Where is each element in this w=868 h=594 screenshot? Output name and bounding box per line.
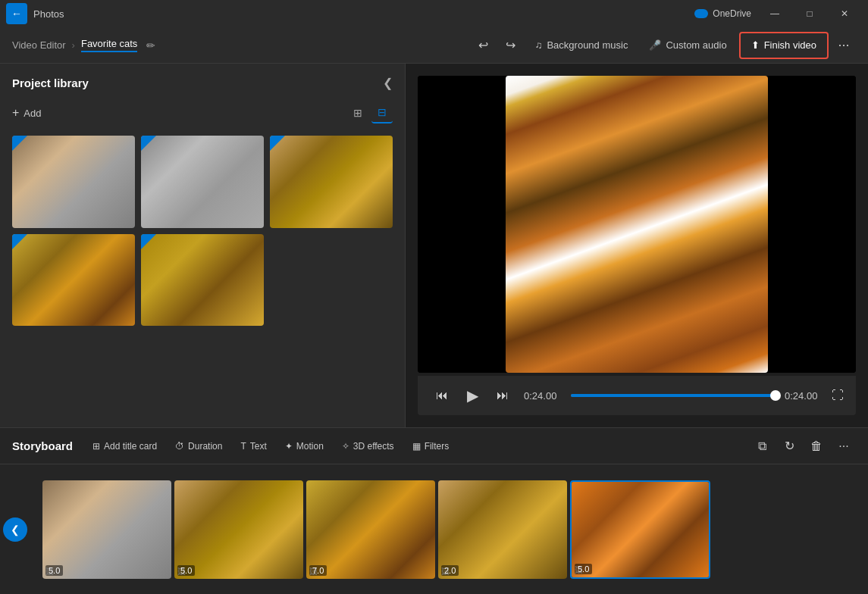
- timeline-prev-button[interactable]: ❮: [3, 517, 27, 542]
- play-pause-button[interactable]: ▶: [460, 383, 484, 408]
- add-title-card-label: Add title card: [104, 441, 157, 452]
- library-toolbar: + Add ⊞ ⊟: [0, 96, 405, 130]
- breadcrumb-current: Favorite cats: [81, 38, 137, 52]
- duration-button[interactable]: ⏱ Duration: [168, 436, 230, 457]
- toolbar-actions: ↩ ↪ ♫ Background music 🎤 Custom audio ⬆ …: [472, 32, 856, 59]
- selection-corner: [12, 234, 27, 249]
- selection-corner: [141, 234, 156, 249]
- plus-icon: +: [12, 106, 19, 120]
- clip-duration-2: 5.0: [177, 565, 195, 576]
- clip-duration-4: 2.0: [441, 565, 459, 576]
- onedrive-indicator: OneDrive: [694, 8, 751, 19]
- onedrive-icon: [694, 9, 708, 18]
- duration-label: Duration: [188, 441, 222, 452]
- add-label: Add: [24, 108, 41, 119]
- maximize-button[interactable]: □: [792, 0, 827, 27]
- library-photo-4[interactable]: [12, 234, 135, 327]
- text-label: Text: [250, 441, 267, 452]
- grid-view-button[interactable]: ⊞: [347, 102, 368, 123]
- progress-bar[interactable]: [571, 394, 776, 397]
- more-storyboard-button[interactable]: ···: [832, 434, 856, 458]
- library-photo-2[interactable]: [141, 136, 264, 228]
- library-photo-3[interactable]: [270, 136, 393, 228]
- background-music-button[interactable]: ♫ Background music: [526, 33, 638, 58]
- motion-icon: ✦: [285, 441, 293, 452]
- project-library-header: Project library ❮: [0, 64, 405, 96]
- selection-corner: [270, 136, 285, 151]
- play-btn-group: ⏮ ▶ ⏭: [430, 383, 515, 408]
- storyboard-timeline: ❮ 🖼 5.0 🖼 5.0 🖼 7.0 🖼 2.0 🖼 5.: [0, 464, 868, 594]
- undo-button[interactable]: ↩: [472, 33, 496, 58]
- breadcrumb-separator: ›: [72, 39, 75, 51]
- filters-button[interactable]: ▦ Filters: [405, 436, 457, 457]
- finish-video-button[interactable]: ⬆ Finish video: [739, 32, 829, 59]
- storyboard-clip-4[interactable]: 🖼 2.0: [438, 480, 567, 579]
- right-panel: ⏮ ▶ ⏭ 0:24.00 0:24.00 ⛶: [406, 64, 868, 427]
- close-button[interactable]: ✕: [827, 0, 862, 27]
- background-music-label: Background music: [547, 39, 628, 51]
- storyboard-clip-3[interactable]: 🖼 7.0: [306, 480, 435, 579]
- storyboard-clip-5[interactable]: 🖼 5.0: [570, 480, 710, 579]
- add-title-icon: ⊞: [92, 441, 100, 452]
- duplicate-button[interactable]: ⧉: [750, 434, 774, 458]
- app-name: Photos: [33, 8, 64, 20]
- duration-icon: ⏱: [175, 441, 184, 452]
- motion-button[interactable]: ✦ Motion: [277, 436, 331, 457]
- title-bar: ← Photos OneDrive — □ ✕: [0, 0, 868, 27]
- storyboard-section: Storyboard ⊞ Add title card ⏱ Duration T…: [0, 427, 868, 594]
- text-button[interactable]: T Text: [233, 436, 274, 457]
- redo-button[interactable]: ↪: [499, 33, 523, 58]
- progress-thumb[interactable]: [770, 390, 781, 401]
- effects-label: 3D effects: [353, 441, 394, 452]
- music-icon: ♫: [535, 39, 543, 51]
- selection-corner: [141, 136, 156, 151]
- list-view-button[interactable]: ⊟: [371, 102, 393, 123]
- breadcrumb: Video Editor › Favorite cats: [12, 38, 137, 52]
- expand-button[interactable]: ⛶: [832, 389, 844, 402]
- onedrive-label: OneDrive: [713, 8, 751, 19]
- video-preview: [418, 76, 856, 373]
- toolbar: Video Editor › Favorite cats ✏ ↩ ↪ ♫ Bac…: [0, 27, 868, 64]
- effects-icon: ✧: [342, 441, 349, 452]
- edit-title-icon[interactable]: ✏: [143, 36, 158, 55]
- library-photo-5[interactable]: [141, 234, 264, 327]
- time-current: 0:24.00: [524, 390, 562, 402]
- custom-audio-button[interactable]: 🎤 Custom audio: [640, 33, 735, 58]
- add-title-card-button[interactable]: ⊞ Add title card: [85, 436, 165, 457]
- filters-label: Filters: [425, 441, 450, 452]
- export-icon: ⬆: [751, 39, 760, 51]
- preview-area: [418, 76, 856, 373]
- clip-duration-1: 5.0: [45, 565, 63, 576]
- clip-duration-3: 7.0: [309, 565, 327, 576]
- title-bar-left: ← Photos: [6, 3, 694, 24]
- finish-video-label: Finish video: [764, 39, 816, 51]
- photo-grid: [0, 130, 405, 332]
- playback-controls: ⏮ ▶ ⏭ 0:24.00 0:24.00 ⛶: [418, 376, 856, 415]
- breadcrumb-parent[interactable]: Video Editor: [12, 39, 66, 51]
- storyboard-clip-1[interactable]: 🖼 5.0: [42, 480, 171, 579]
- filters-icon: ▦: [412, 441, 421, 452]
- motion-label: Motion: [296, 441, 324, 452]
- main-content: Project library ❮ + Add ⊞ ⊟: [0, 64, 868, 427]
- add-button[interactable]: + Add: [12, 106, 41, 120]
- collapse-button[interactable]: ❮: [383, 76, 393, 90]
- step-forward-button[interactable]: ⏭: [490, 383, 515, 408]
- library-photo-1[interactable]: [12, 136, 135, 228]
- step-back-button[interactable]: ⏮: [430, 383, 454, 408]
- selection-corner: [12, 136, 27, 151]
- audio-icon: 🎤: [649, 39, 661, 51]
- left-panel: Project library ❮ + Add ⊞ ⊟: [0, 64, 406, 427]
- custom-audio-label: Custom audio: [666, 39, 726, 51]
- view-toggle: ⊞ ⊟: [347, 102, 393, 123]
- storyboard-title: Storyboard: [12, 439, 73, 452]
- rotate-button[interactable]: ↻: [777, 434, 801, 458]
- minimize-button[interactable]: —: [757, 0, 792, 27]
- storyboard-header: Storyboard ⊞ Add title card ⏱ Duration T…: [0, 428, 868, 464]
- effects-button[interactable]: ✧ 3D effects: [334, 436, 402, 457]
- clip-duration-5: 5.0: [575, 564, 592, 574]
- back-button[interactable]: ←: [6, 3, 27, 24]
- time-total: 0:24.00: [785, 390, 823, 402]
- more-options-button[interactable]: ···: [832, 33, 856, 58]
- delete-button[interactable]: 🗑: [804, 434, 829, 458]
- storyboard-clip-2[interactable]: 🖼 5.0: [174, 480, 303, 579]
